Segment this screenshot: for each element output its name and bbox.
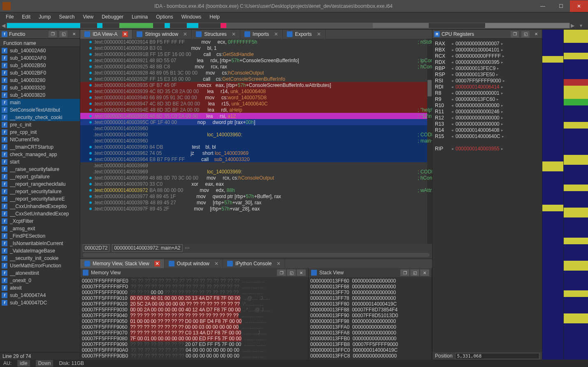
breakpoint-dot[interactable] — [89, 65, 92, 68]
tab-close-icon[interactable]: ✕ — [277, 261, 281, 266]
tab-structures[interactable]: Structures✕ — [192, 30, 240, 39]
stack-row[interactable]: 0000000013FFA0 0000000000000000 — [310, 324, 430, 330]
breakpoint-dot[interactable] — [89, 183, 92, 185]
breakpoint-dot[interactable] — [89, 78, 92, 80]
menu-debugger[interactable]: Debugger — [98, 13, 128, 21]
memory-row[interactable]: 00007FF5FFFF9010 00 00 00 40 01 00 00 00… — [82, 295, 307, 301]
breakpoint-dot[interactable] — [89, 84, 92, 86]
function-row[interactable]: f_amsg_exit — [0, 225, 80, 232]
disasm-line[interactable]: .text:0000000140003947 4C 8D 3D BE 2A 00… — [80, 101, 427, 107]
disasm-line[interactable]: .text:0000000140003977 48 89 45 1F mov q… — [80, 193, 427, 199]
function-row[interactable]: fsub_140003320 — [0, 84, 80, 91]
register-row[interactable]: RSI◂00007FF5FFFF9000▸ — [435, 77, 539, 84]
function-row[interactable]: fsub_140002A60 — [0, 47, 80, 54]
memory-row[interactable]: 00007FF5FFFF9050 01 00 00 00 ?? ?? ?? ??… — [82, 318, 307, 324]
disasm-line[interactable]: .text:0000000140003935 0F B7 45 0F movzx… — [80, 82, 427, 88]
register-row[interactable] — [435, 139, 539, 145]
function-row[interactable]: f__report_securityfailureE — [0, 195, 80, 203]
disasm-line[interactable]: .text:0000000140003914 B9 F5 FF FF FF mo… — [80, 39, 427, 45]
functions-list[interactable]: fsub_140002A60fsub_140002AF0fsub_140002B… — [0, 47, 80, 352]
register-row[interactable]: R12◂0000000000000000▸ — [435, 115, 539, 121]
function-row[interactable]: f_ValidateImageBase — [0, 247, 80, 255]
memory-row[interactable]: 00007FF5FFFF9020 20 5C 2A 00 00 00 00 00… — [82, 301, 307, 307]
breakpoint-dot[interactable] — [89, 41, 92, 43]
disasm-line[interactable]: .text:000000014000395C 0F 1F 40 00 nop d… — [80, 119, 427, 125]
menu-file[interactable]: File — [2, 13, 18, 21]
btab-memory-view-stack-view[interactable]: Memory View, Stack View✕ — [80, 259, 165, 268]
menu-jump[interactable]: Jump — [35, 13, 55, 21]
nav-left-icon[interactable]: ◀ — [2, 23, 6, 28]
breakpoint-dot[interactable] — [89, 109, 92, 111]
function-row[interactable]: fmain — [0, 99, 80, 106]
stack-row[interactable]: 0000000013FFB8 00007FF5FFFF9000 — [310, 341, 430, 347]
function-row[interactable]: f_XcptFilter — [0, 217, 80, 225]
register-row[interactable]: R10◂0000000000000000▸ — [435, 102, 539, 108]
breakpoint-dot[interactable] — [89, 47, 92, 49]
regs-restore-button[interactable]: ❐ — [511, 31, 519, 37]
position-input[interactable] — [455, 353, 539, 359]
stack-row[interactable]: 0000000013FF80 000000014000419C — [310, 301, 430, 307]
btab-ipython-console[interactable]: IPython Console✕ — [223, 259, 285, 268]
disasm-line[interactable]: .text:0000000140003940 66 89 05 91 3C 00… — [80, 94, 427, 101]
menu-view[interactable]: View — [79, 13, 98, 21]
disasm-line[interactable]: .text:0000000140003969 48 8B 0D 70 3C 00… — [80, 175, 427, 181]
breakpoint-dot[interactable] — [89, 201, 92, 204]
disasm-line[interactable]: .text:0000000140003970 33 C0 xor eax, ea… — [80, 181, 427, 187]
breakpoint-dot[interactable] — [89, 208, 92, 210]
stack-row[interactable]: 0000000013FFA8 0000000000000000 — [310, 330, 430, 336]
function-row[interactable]: fatexit — [0, 284, 80, 292]
breakpoint-dot[interactable] — [89, 189, 92, 192]
function-row[interactable]: f_FindPESection — [0, 232, 80, 240]
function-row[interactable]: fsub_140002B50 — [0, 62, 80, 69]
heat-strip-1[interactable] — [542, 30, 563, 360]
disasm-line[interactable]: .text:000000014000394E 48 8D 3D BF 2A 00… — [80, 107, 427, 113]
breakpoint-dot[interactable] — [89, 103, 92, 105]
nav-overview[interactable]: ◀ ▶ ▾ — [0, 21, 588, 30]
disasm-line[interactable]: .text:0000000140003969 loc_140003969:; C… — [80, 168, 427, 175]
disasm-line[interactable]: .text:0000000140003921 48 8D 55 07 lea r… — [80, 57, 427, 63]
register-row[interactable]: R13◂0000000000000000▸ — [435, 121, 539, 127]
memory-row[interactable]: 00007FF5FFFF9070 ?? ?? ?? ?? ?? ?? ?? ??… — [82, 330, 307, 336]
panel-close-button[interactable]: ✕ — [70, 31, 78, 37]
disasm-line[interactable]: .text:0000000140003964 E8 B7 F9 FF FF ca… — [80, 156, 427, 162]
register-row[interactable]: R8◂0000000000000001▸ — [435, 90, 539, 96]
memory-row[interactable]: 00007FF5FFFF9040 ?? ?? ?? ?? ?? ?? ?? ??… — [82, 313, 307, 318]
function-row[interactable]: fNtCurrentTeb — [0, 136, 80, 143]
breakpoint-dot[interactable] — [89, 53, 92, 56]
stack-row[interactable]: 0000000013FF98 0000000000000000 — [310, 318, 430, 324]
stack-row[interactable]: 0000000013FFC8 0000000000000000 — [310, 353, 430, 359]
stack-row[interactable]: 0000000013FF78 0000000000000000 — [310, 295, 430, 301]
tab-close-icon[interactable]: ✕ — [122, 31, 128, 37]
disasm-line[interactable]: .text:000000014000392F FF 15 E3 16 00 00… — [80, 76, 427, 82]
tab-close-icon[interactable]: ✕ — [214, 261, 218, 266]
memory-row[interactable]: 00007FF5FFFF8FF0 ?? ?? ?? ?? ?? ?? ?? ??… — [82, 284, 307, 290]
function-row[interactable]: f__CxxUnhandledExceptio — [0, 203, 80, 210]
register-row[interactable]: RIP◂0000000140003955▸ — [435, 145, 539, 152]
function-row[interactable]: fsub_140002BF0 — [0, 69, 80, 77]
menu-options[interactable]: Options — [152, 13, 177, 21]
disasm-line[interactable]: .text:000000014000397F 89 45 2F mov [rbp… — [80, 206, 427, 212]
register-row[interactable]: R15◂000000014000640C▸ — [435, 133, 539, 139]
register-row[interactable]: RAX◂0000000000000007▸ — [435, 40, 539, 47]
mem-close-button[interactable]: ✕ — [297, 269, 306, 276]
stack-row[interactable]: 0000000013FF88 00007FF8D73854F4 — [310, 307, 430, 313]
tab-close-icon[interactable]: ✕ — [317, 31, 321, 37]
register-row[interactable]: R9◂0000000013FC60▸ — [435, 96, 539, 102]
stack-row[interactable]: 0000000013FF60 0000000000000000 — [310, 278, 430, 284]
function-row[interactable]: f__raise_securityfailure — [0, 166, 80, 173]
disasm-line[interactable]: .text:0000000140003939 4C 8D 35 C8 2A 00… — [80, 88, 427, 94]
function-row[interactable]: fstart — [0, 158, 80, 166]
register-row[interactable]: RDI◂0000000140006414▸ — [435, 84, 539, 90]
regs-popout-button[interactable]: ◱ — [521, 31, 530, 37]
disasm-line[interactable]: .text:0000000140003960 — [80, 125, 427, 131]
function-row[interactable]: f__report_securityfailure — [0, 188, 80, 195]
breakpoint-dot[interactable] — [89, 177, 92, 179]
stack-row[interactable]: 0000000013FFB0 0000000000000000 — [310, 336, 430, 341]
nav-bar[interactable] — [7, 23, 570, 28]
tab-ida-view-a[interactable]: IDA View-A✕ — [80, 30, 132, 39]
tab-close-icon[interactable]: ✕ — [183, 31, 187, 37]
stack-popout-button[interactable]: ◱ — [410, 269, 419, 276]
breakpoint-dot[interactable] — [89, 59, 92, 62]
function-row[interactable]: fUserMathErrorFunction — [0, 262, 80, 269]
function-row[interactable]: fpre_c_init — [0, 121, 80, 129]
